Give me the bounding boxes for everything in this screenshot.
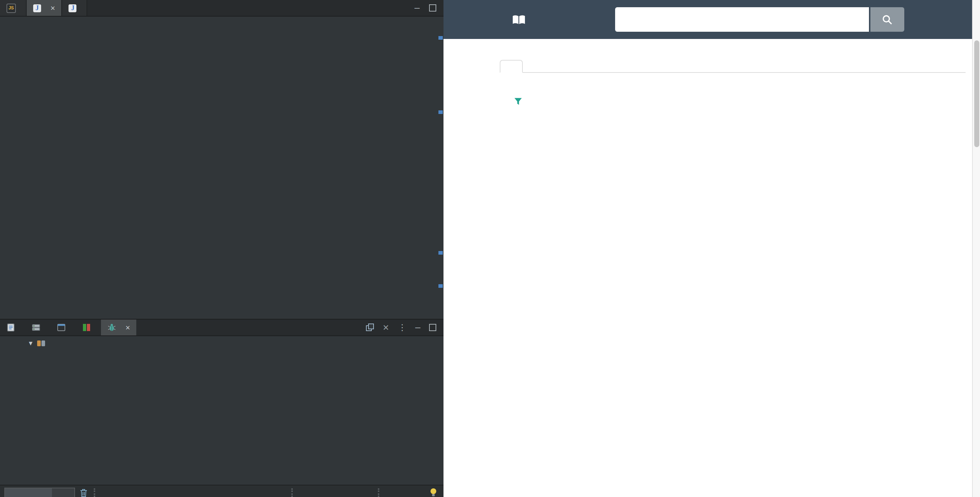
open-book-icon (512, 14, 526, 25)
knowledge-app (444, 0, 980, 497)
search-input[interactable] (615, 7, 869, 32)
maximize-icon[interactable] (429, 4, 436, 11)
minimize-icon[interactable]: – (415, 324, 420, 331)
scrollbar-thumb[interactable] (974, 40, 979, 147)
remove-terminated-icon[interactable]: ✕ (383, 323, 389, 332)
minimize-icon[interactable]: – (415, 4, 420, 11)
statusbar-separator (291, 488, 293, 497)
console-icon (57, 323, 65, 332)
tab-login-js[interactable]: JS (0, 0, 27, 16)
maximize-icon[interactable] (429, 324, 436, 331)
server-icon (32, 323, 40, 332)
lightbulb-icon[interactable] (429, 487, 438, 497)
heap-monitor (4, 487, 75, 497)
search-box (615, 7, 904, 32)
app-header (444, 0, 972, 39)
debug-view-toolbar: ✕ ⋮ – (365, 320, 444, 335)
debug-view: ▾ (0, 336, 444, 485)
app-tab-bar (500, 46, 966, 73)
expand-arrow-icon[interactable]: ▾ (29, 339, 32, 347)
tab-junit[interactable] (76, 320, 101, 335)
view-menu-icon[interactable]: ⋮ (398, 322, 407, 333)
thread-row[interactable]: ▾ (0, 337, 444, 349)
thread-icon (37, 339, 45, 347)
ide-window: JS J × J – (0, 0, 444, 497)
tab-popular[interactable] (523, 60, 546, 73)
layout-windows-icon[interactable] (365, 323, 374, 332)
search-icon (882, 14, 893, 25)
filter-funnel-icon (514, 97, 522, 105)
bug-icon (107, 323, 116, 332)
junit-icon (82, 323, 91, 332)
tab-tasks[interactable] (0, 320, 25, 335)
brand-link[interactable] (512, 0, 532, 39)
close-icon[interactable]: × (126, 323, 130, 332)
tab-knowledgecontrol-java[interactable]: J × (27, 0, 62, 16)
statusbar-separator (94, 488, 95, 497)
js-file-icon: JS (6, 3, 16, 13)
gc-trash-icon[interactable] (80, 488, 88, 497)
app-body (444, 39, 972, 497)
overview-ruler[interactable] (437, 17, 444, 319)
tab-knowledgecontrolbase-java[interactable]: J (62, 0, 88, 16)
tab-servers[interactable] (25, 320, 51, 335)
filter-link[interactable] (511, 97, 525, 105)
java-file-icon: J (33, 4, 41, 12)
close-icon[interactable]: × (51, 3, 55, 12)
statusbar-separator (378, 488, 379, 497)
tab-history[interactable] (546, 60, 569, 73)
bottom-tab-bar: × ✕ ⋮ – (0, 319, 444, 336)
tab-debug[interactable]: × (101, 320, 137, 335)
page-scrollbar[interactable] (972, 0, 980, 497)
search-button[interactable] (870, 7, 904, 32)
tab-console[interactable] (51, 320, 76, 335)
java-file-icon: J (69, 4, 77, 12)
tab-list[interactable] (500, 60, 523, 73)
tasks-icon (6, 323, 15, 332)
editor-tab-bar: JS J × J – (0, 0, 444, 17)
heap-usage-bar (5, 488, 52, 497)
code-editor[interactable] (0, 17, 444, 319)
status-bar (0, 485, 444, 497)
editor-window-buttons: – (415, 0, 444, 16)
